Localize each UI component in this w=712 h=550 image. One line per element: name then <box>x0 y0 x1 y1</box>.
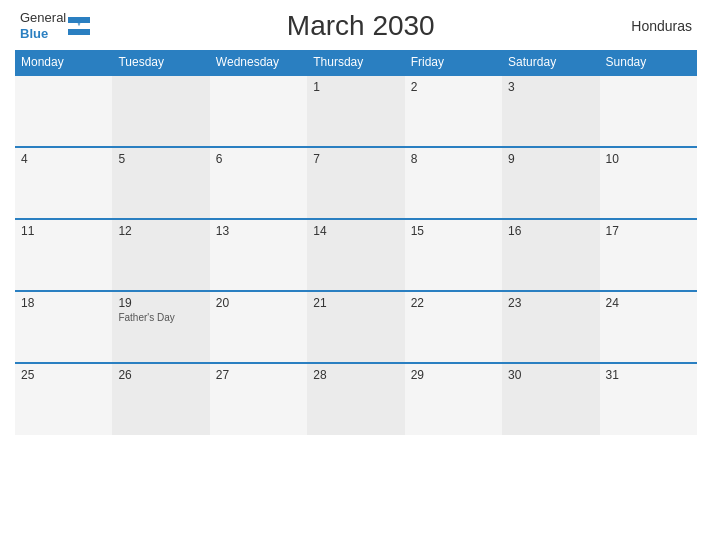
day-number: 30 <box>508 368 593 382</box>
day-number: 14 <box>313 224 398 238</box>
header-tuesday: Tuesday <box>112 50 209 75</box>
calendar-cell <box>210 75 307 147</box>
day-number: 13 <box>216 224 301 238</box>
calendar-cell: 12 <box>112 219 209 291</box>
day-number: 24 <box>606 296 691 310</box>
calendar-cell: 28 <box>307 363 404 435</box>
calendar-cell: 1 <box>307 75 404 147</box>
day-number: 7 <box>313 152 398 166</box>
day-number: 15 <box>411 224 496 238</box>
calendar-cell: 13 <box>210 219 307 291</box>
day-number: 31 <box>606 368 691 382</box>
calendar-cell: 30 <box>502 363 599 435</box>
calendar-cell: 23 <box>502 291 599 363</box>
day-number: 26 <box>118 368 203 382</box>
calendar-cell: 7 <box>307 147 404 219</box>
day-number: 25 <box>21 368 106 382</box>
svg-rect-2 <box>68 29 90 35</box>
calendar-cell: 25 <box>15 363 112 435</box>
calendar-cell: 24 <box>600 291 697 363</box>
header-monday: Monday <box>15 50 112 75</box>
header-wednesday: Wednesday <box>210 50 307 75</box>
calendar-cell: 8 <box>405 147 502 219</box>
calendar-cell: 21 <box>307 291 404 363</box>
calendar-cell: 31 <box>600 363 697 435</box>
calendar-cell: 2 <box>405 75 502 147</box>
calendar-cell: 18 <box>15 291 112 363</box>
day-number: 6 <box>216 152 301 166</box>
calendar-week-row: 25262728293031 <box>15 363 697 435</box>
calendar-cell: 17 <box>600 219 697 291</box>
day-number: 28 <box>313 368 398 382</box>
day-number: 20 <box>216 296 301 310</box>
day-number: 11 <box>21 224 106 238</box>
calendar-cell: 3 <box>502 75 599 147</box>
header-friday: Friday <box>405 50 502 75</box>
day-number: 10 <box>606 152 691 166</box>
calendar-cell: 15 <box>405 219 502 291</box>
calendar-week-row: 1819Father's Day2021222324 <box>15 291 697 363</box>
calendar-cell: 20 <box>210 291 307 363</box>
calendar-cell: 9 <box>502 147 599 219</box>
logo-flag-icon <box>68 17 90 35</box>
day-number: 12 <box>118 224 203 238</box>
day-number: 9 <box>508 152 593 166</box>
logo: General Blue <box>20 10 90 41</box>
calendar-cell: 4 <box>15 147 112 219</box>
calendar-cell: 11 <box>15 219 112 291</box>
calendar-cell: 10 <box>600 147 697 219</box>
calendar-header: General Blue March 2030 Honduras <box>15 10 697 42</box>
calendar-cell <box>112 75 209 147</box>
day-number: 29 <box>411 368 496 382</box>
day-number: 19 <box>118 296 203 310</box>
header-saturday: Saturday <box>502 50 599 75</box>
day-number: 27 <box>216 368 301 382</box>
calendar-table: Monday Tuesday Wednesday Thursday Friday… <box>15 50 697 435</box>
day-number: 17 <box>606 224 691 238</box>
holiday-label: Father's Day <box>118 312 203 323</box>
day-number: 18 <box>21 296 106 310</box>
calendar-cell: 16 <box>502 219 599 291</box>
header-thursday: Thursday <box>307 50 404 75</box>
calendar-week-row: 11121314151617 <box>15 219 697 291</box>
calendar-cell: 29 <box>405 363 502 435</box>
calendar-week-row: 45678910 <box>15 147 697 219</box>
day-number: 5 <box>118 152 203 166</box>
day-number: 21 <box>313 296 398 310</box>
header-sunday: Sunday <box>600 50 697 75</box>
calendar-container: General Blue March 2030 Honduras Monday … <box>0 0 712 550</box>
calendar-title: March 2030 <box>287 10 435 42</box>
logo-blue-text: Blue <box>20 26 66 42</box>
calendar-week-row: 123 <box>15 75 697 147</box>
calendar-cell: 6 <box>210 147 307 219</box>
calendar-cell <box>15 75 112 147</box>
calendar-cell: 26 <box>112 363 209 435</box>
day-number: 16 <box>508 224 593 238</box>
day-number: 8 <box>411 152 496 166</box>
calendar-cell: 5 <box>112 147 209 219</box>
day-number: 4 <box>21 152 106 166</box>
day-number: 22 <box>411 296 496 310</box>
day-number: 1 <box>313 80 398 94</box>
calendar-cell: 22 <box>405 291 502 363</box>
logo-general-text: General <box>20 10 66 26</box>
day-number: 3 <box>508 80 593 94</box>
day-number: 2 <box>411 80 496 94</box>
calendar-cell <box>600 75 697 147</box>
calendar-cell: 19Father's Day <box>112 291 209 363</box>
calendar-cell: 14 <box>307 219 404 291</box>
weekday-header-row: Monday Tuesday Wednesday Thursday Friday… <box>15 50 697 75</box>
calendar-country: Honduras <box>631 18 692 34</box>
calendar-cell: 27 <box>210 363 307 435</box>
day-number: 23 <box>508 296 593 310</box>
